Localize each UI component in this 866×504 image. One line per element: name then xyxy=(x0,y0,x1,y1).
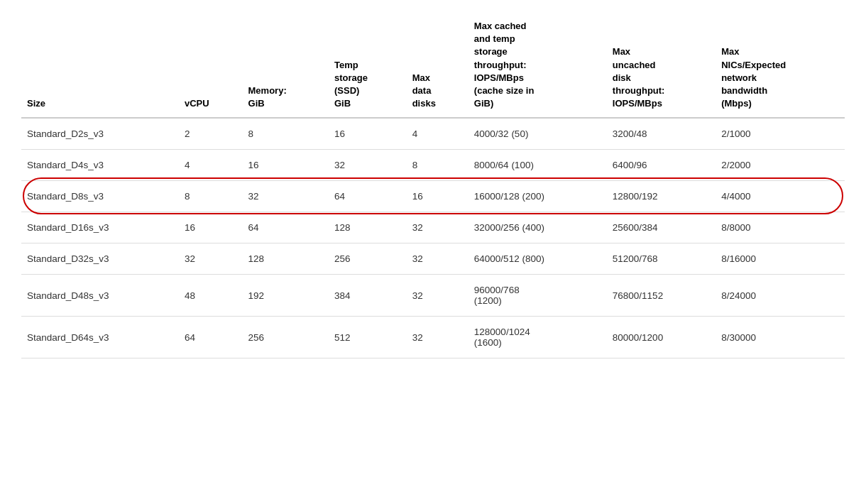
cell-temp_storage: 64 xyxy=(329,181,407,212)
cell-max_nics: 4/4000 xyxy=(716,181,845,212)
vm-sizes-table: Size vCPU Memory:GiB Tempstorage(SSD)GiB… xyxy=(21,14,845,358)
cell-max_data_disks: 32 xyxy=(407,243,468,275)
cell-max_cached: 8000/64 (100) xyxy=(468,150,607,181)
cell-vcpu: 8 xyxy=(179,181,243,212)
cell-max_uncached: 3200/48 xyxy=(607,118,716,150)
cell-size: Standard_D64s_v3 xyxy=(21,317,179,358)
cell-memory: 8 xyxy=(243,118,329,150)
col-header-memory: Memory:GiB xyxy=(243,14,329,118)
cell-vcpu: 32 xyxy=(179,243,243,275)
cell-max_data_disks: 8 xyxy=(407,150,468,181)
cell-max_nics: 2/2000 xyxy=(716,150,845,181)
col-header-size: Size xyxy=(21,14,179,118)
cell-max_data_disks: 32 xyxy=(407,317,468,358)
cell-max_cached: 4000/32 (50) xyxy=(468,118,607,150)
cell-max_uncached: 76800/1152 xyxy=(607,275,716,317)
cell-size: Standard_D8s_v3 xyxy=(21,181,179,212)
cell-size: Standard_D4s_v3 xyxy=(21,150,179,181)
cell-memory: 192 xyxy=(243,275,329,317)
cell-max_nics: 8/24000 xyxy=(716,275,845,317)
cell-vcpu: 48 xyxy=(179,275,243,317)
cell-vcpu: 4 xyxy=(179,150,243,181)
cell-memory: 16 xyxy=(243,150,329,181)
cell-max_data_disks: 32 xyxy=(407,275,468,317)
table-row: Standard_D4s_v34163288000/64 (100)6400/9… xyxy=(21,150,845,181)
cell-max_uncached: 51200/768 xyxy=(607,243,716,275)
table-row: Standard_D8s_v3832641616000/128 (200)128… xyxy=(21,181,845,212)
table-row: Standard_D16s_v316641283232000/256 (400)… xyxy=(21,212,845,243)
cell-memory: 64 xyxy=(243,212,329,243)
cell-vcpu: 16 xyxy=(179,212,243,243)
cell-max_cached: 64000/512 (800) xyxy=(468,243,607,275)
cell-max_cached: 128000/1024(1600) xyxy=(468,317,607,358)
col-header-max-uncached: Maxuncacheddiskthroughput:IOPS/MBps xyxy=(607,14,716,118)
cell-temp_storage: 128 xyxy=(329,212,407,243)
cell-max_nics: 8/8000 xyxy=(716,212,845,243)
col-header-max-data-disks: Maxdatadisks xyxy=(407,14,468,118)
table-row: Standard_D2s_v3281644000/32 (50)3200/482… xyxy=(21,118,845,150)
cell-temp_storage: 512 xyxy=(329,317,407,358)
table-row: Standard_D32s_v3321282563264000/512 (800… xyxy=(21,243,845,275)
col-header-max-nics: MaxNICs/Expectednetworkbandwidth(Mbps) xyxy=(716,14,845,118)
table-row: Standard_D64s_v36425651232128000/1024(16… xyxy=(21,317,845,358)
cell-max_cached: 96000/768(1200) xyxy=(468,275,607,317)
cell-temp_storage: 16 xyxy=(329,118,407,150)
cell-temp_storage: 384 xyxy=(329,275,407,317)
cell-max_uncached: 25600/384 xyxy=(607,212,716,243)
cell-max_nics: 8/16000 xyxy=(716,243,845,275)
cell-max_uncached: 80000/1200 xyxy=(607,317,716,358)
cell-temp_storage: 32 xyxy=(329,150,407,181)
col-header-temp-storage: Tempstorage(SSD)GiB xyxy=(329,14,407,118)
cell-memory: 32 xyxy=(243,181,329,212)
cell-memory: 256 xyxy=(243,317,329,358)
cell-max_uncached: 12800/192 xyxy=(607,181,716,212)
cell-max_cached: 16000/128 (200) xyxy=(468,181,607,212)
cell-max_nics: 8/30000 xyxy=(716,317,845,358)
cell-memory: 128 xyxy=(243,243,329,275)
cell-vcpu: 64 xyxy=(179,317,243,358)
cell-max_uncached: 6400/96 xyxy=(607,150,716,181)
cell-max_data_disks: 4 xyxy=(407,118,468,150)
cell-max_data_disks: 16 xyxy=(407,181,468,212)
cell-max_data_disks: 32 xyxy=(407,212,468,243)
vm-sizes-table-container: Size vCPU Memory:GiB Tempstorage(SSD)GiB… xyxy=(21,14,845,358)
table-row: Standard_D48s_v3481923843296000/768(1200… xyxy=(21,275,845,317)
cell-size: Standard_D16s_v3 xyxy=(21,212,179,243)
col-header-vcpu: vCPU xyxy=(179,14,243,118)
cell-vcpu: 2 xyxy=(179,118,243,150)
cell-max_cached: 32000/256 (400) xyxy=(468,212,607,243)
cell-temp_storage: 256 xyxy=(329,243,407,275)
cell-max_nics: 2/1000 xyxy=(716,118,845,150)
cell-size: Standard_D32s_v3 xyxy=(21,243,179,275)
cell-size: Standard_D48s_v3 xyxy=(21,275,179,317)
cell-size: Standard_D2s_v3 xyxy=(21,118,179,150)
col-header-max-cached: Max cachedand tempstoragethroughput:IOPS… xyxy=(468,14,607,118)
table-header-row: Size vCPU Memory:GiB Tempstorage(SSD)GiB… xyxy=(21,14,845,118)
